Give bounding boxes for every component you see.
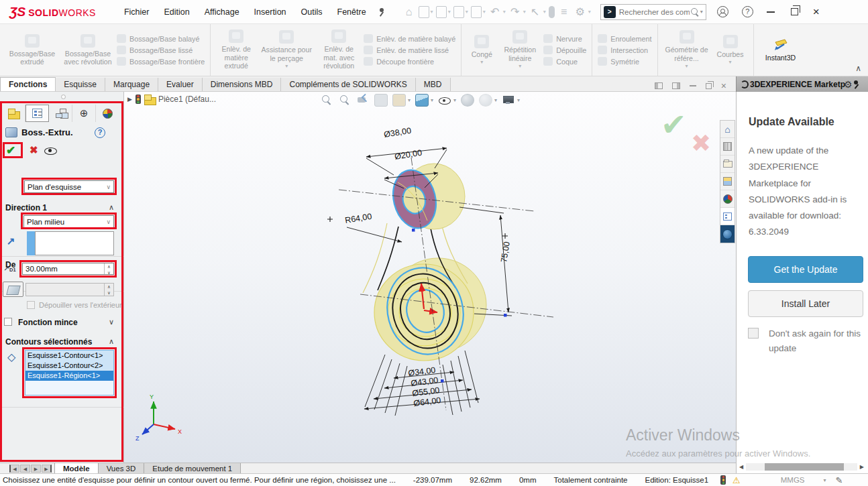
user-account-icon[interactable] bbox=[717, 6, 728, 17]
get-update-button[interactable]: Get the Update bbox=[748, 256, 863, 283]
redo-caret-icon[interactable]: ▾ bbox=[523, 9, 526, 15]
taskpane-file-explorer-tab[interactable] bbox=[720, 156, 735, 173]
open-caret-icon[interactable]: ▾ bbox=[448, 9, 451, 15]
boss-loft-button[interactable]: Bossage/Base lissé bbox=[117, 46, 205, 54]
dock-left-icon[interactable] bbox=[655, 82, 663, 89]
fillet-button[interactable]: Congé▾ bbox=[467, 34, 496, 67]
tab-marquage[interactable]: Marquage bbox=[105, 78, 158, 91]
search-caret-icon[interactable]: ▾ bbox=[700, 9, 703, 15]
dock-right-icon[interactable] bbox=[672, 82, 680, 89]
tab-configuration-manager[interactable] bbox=[49, 105, 72, 122]
tree-collapse-icon[interactable]: ▶ bbox=[127, 96, 132, 103]
next-sheet-icon[interactable]: ▶ bbox=[31, 465, 41, 473]
open-icon[interactable] bbox=[436, 6, 447, 18]
scrollbar-track[interactable] bbox=[746, 463, 857, 471]
thin-feature-checkbox[interactable] bbox=[4, 318, 12, 326]
depth-spinner[interactable]: 30.00mm ∧∨ bbox=[22, 263, 114, 275]
tab-property-manager[interactable] bbox=[25, 105, 49, 122]
select-icon[interactable]: ↖ bbox=[529, 5, 542, 18]
units-caret-icon[interactable]: ▾ bbox=[824, 477, 826, 483]
thin-expand-icon[interactable]: ∨ bbox=[109, 318, 114, 326]
contours-collapse-icon[interactable]: ∧ bbox=[109, 337, 114, 346]
direction1-collapse-icon[interactable]: ∧ bbox=[109, 203, 114, 212]
dont-ask-checkbox[interactable] bbox=[748, 328, 759, 339]
last-sheet-icon[interactable]: ▶ bbox=[42, 465, 52, 473]
cut-boundary-button[interactable]: Découpe frontière bbox=[364, 57, 455, 66]
rib-button[interactable]: Nervure bbox=[543, 34, 586, 43]
reference-geometry-button[interactable]: Géométrie de référe...▾ bbox=[663, 29, 710, 70]
taskpane-design-library-tab[interactable] bbox=[720, 138, 735, 156]
boss-sweep-button[interactable]: Bossage/Base balayé bbox=[117, 34, 205, 43]
intersect-button[interactable]: Intersection bbox=[598, 46, 651, 54]
panel-horizontal-scrollbar[interactable]: ◀ ▶ bbox=[739, 463, 864, 471]
tab-display-manager[interactable] bbox=[96, 105, 119, 122]
minimize-button[interactable] bbox=[767, 11, 775, 13]
tab-vues-3d[interactable]: Vues 3D bbox=[99, 463, 145, 473]
orientation-caret-icon[interactable]: ▾ bbox=[431, 97, 433, 103]
options-list-icon[interactable]: ≡ bbox=[557, 6, 571, 18]
mirror-button[interactable]: Symétrie bbox=[598, 57, 651, 66]
bottom-boss[interactable] bbox=[374, 258, 486, 361]
zoom-area-icon[interactable] bbox=[338, 94, 351, 107]
reverse-direction-icon[interactable]: ↗ bbox=[7, 235, 15, 247]
scrollbar-thumb[interactable] bbox=[765, 463, 844, 471]
tab-dimxpert[interactable]: ⊕ bbox=[72, 105, 96, 122]
save-caret-icon[interactable]: ▾ bbox=[466, 9, 468, 15]
menu-affichage[interactable]: Affichage bbox=[205, 7, 239, 17]
document-title[interactable]: Pièce1 (Défau... bbox=[158, 95, 216, 104]
tab-fonctions[interactable]: Fonctions bbox=[0, 77, 56, 91]
hole-wizard-button[interactable]: Assistance pour le perçage▾ bbox=[259, 29, 314, 70]
menu-fenetre[interactable]: Fenêtre bbox=[337, 7, 366, 17]
cut-revolve-button[interactable]: Enlèv. de mat. avec révolution bbox=[317, 28, 361, 72]
end-condition-dropdown[interactable]: Plan milieu∨ bbox=[23, 215, 114, 228]
view-settings-icon[interactable] bbox=[502, 94, 515, 107]
tab-esquisse[interactable]: Esquisse bbox=[56, 78, 105, 91]
tab-dimensions-mbd[interactable]: Dimensions MBD bbox=[203, 78, 282, 91]
scroll-right-icon[interactable]: ▶ bbox=[857, 464, 864, 470]
edit-appearance-icon[interactable] bbox=[461, 94, 474, 107]
doc-close-icon[interactable]: × bbox=[721, 80, 726, 91]
redo-icon[interactable]: ↷ bbox=[508, 5, 522, 18]
tab-complements[interactable]: Compléments de SOLIDWORKS bbox=[281, 78, 415, 91]
pm-help-icon[interactable]: ? bbox=[95, 127, 105, 138]
prev-sheet-icon[interactable]: ◀ bbox=[20, 465, 30, 473]
wrap-button[interactable]: Enroulement bbox=[598, 34, 651, 43]
previous-view-icon[interactable] bbox=[356, 94, 370, 107]
boss-extrude-button[interactable]: Bossage/Base extrudé bbox=[5, 33, 59, 68]
contour-list-item[interactable]: Esquisse1-Contour<2> bbox=[25, 361, 113, 371]
restore-button[interactable] bbox=[791, 8, 798, 15]
boss-boundary-button[interactable]: Bossage/Base frontière bbox=[117, 57, 205, 66]
search-icon[interactable] bbox=[691, 8, 699, 16]
cut-loft-button[interactable]: Enlèv. de matière lissé bbox=[364, 46, 455, 54]
menu-fichier[interactable]: Fichier bbox=[124, 7, 150, 17]
new-caret-icon[interactable]: ▾ bbox=[431, 9, 433, 15]
settings-caret-icon[interactable]: ▾ bbox=[588, 9, 591, 15]
selected-contours-list[interactable]: Esquisse1-Contour<1> Esquisse1-Contour<2… bbox=[25, 350, 114, 396]
scroll-left-icon[interactable]: ◀ bbox=[739, 464, 746, 470]
draft-button[interactable]: Dépouille bbox=[543, 46, 586, 54]
undo-icon[interactable]: ↶ bbox=[488, 5, 502, 18]
tab-evaluer[interactable]: Evaluer bbox=[158, 78, 203, 91]
curves-caret-icon[interactable]: ▾ bbox=[729, 59, 732, 65]
menu-edition[interactable]: Edition bbox=[164, 7, 189, 17]
boss-revolve-button[interactable]: Bossage/Base avec révolution bbox=[62, 33, 114, 68]
doc-minimize-icon[interactable] bbox=[690, 85, 696, 86]
instant3d-button[interactable]: Instant3D bbox=[759, 37, 802, 64]
menu-insertion[interactable]: Insertion bbox=[254, 7, 286, 17]
taskpane-view-palette-tab[interactable] bbox=[720, 173, 735, 190]
confirm-corner-cancel-icon[interactable]: ✖ bbox=[691, 129, 711, 158]
tab-etude-mouvement[interactable]: Etude de mouvement 1 bbox=[144, 463, 241, 473]
search-input[interactable] bbox=[619, 8, 690, 16]
rebuild-warning-icon[interactable]: ⚠ bbox=[733, 475, 741, 485]
start-condition-dropdown[interactable]: Plan d'esquisse∨ bbox=[24, 180, 114, 193]
marketplace-gear-icon[interactable]: ⚙ bbox=[844, 79, 853, 90]
undo-caret-icon[interactable]: ▾ bbox=[503, 9, 506, 15]
taskpane-custom-properties-tab[interactable] bbox=[720, 208, 735, 225]
tab-feature-tree[interactable] bbox=[2, 105, 25, 122]
doc-restore-icon[interactable] bbox=[706, 83, 712, 89]
select-caret-icon[interactable]: ▾ bbox=[543, 9, 546, 15]
cut-sweep-button[interactable]: Enlèv. de matière balayé bbox=[364, 34, 455, 43]
hole-wizard-caret-icon[interactable]: ▾ bbox=[285, 63, 288, 69]
fillet-caret-icon[interactable]: ▾ bbox=[480, 59, 483, 65]
first-sheet-icon[interactable]: ◀ bbox=[9, 465, 19, 473]
